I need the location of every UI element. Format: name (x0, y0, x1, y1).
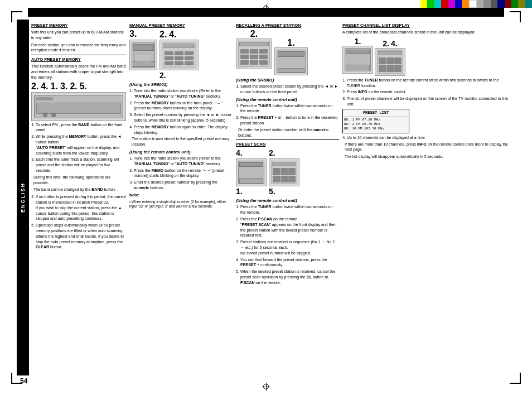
cl-device-img (342, 46, 373, 74)
step-2b: 2. (70, 82, 77, 91)
scan-step-diagram: 4. 1. 2. (236, 148, 339, 196)
step-1: 1. (51, 82, 58, 91)
step-item-4: Each time the tuner finds a station, sca… (36, 157, 126, 173)
scan-step-3-text: Preset stations are recalled in sequence… (240, 239, 339, 256)
color-white (469, 0, 477, 8)
col1-preset-memory: PRESET MEMORY With this unit you can pre… (31, 23, 126, 372)
recall-preset-title: RECALLING A PRESET STATION (236, 23, 339, 28)
divider1 (31, 55, 126, 55)
device-recall-img (274, 47, 308, 75)
color-olive (518, 0, 525, 8)
note-text: • When entering a single digit number (2… (129, 200, 233, 210)
cl-step-4-disappear: The list display will disappear automati… (345, 154, 513, 160)
cl-step-4-detail: If there are more than 10 channels, pres… (345, 142, 513, 153)
manual-step-4b: The station is now stored in the specifi… (132, 136, 233, 147)
auto-preset-steps-list-2: If no button is pressed during this peri… (31, 194, 126, 250)
cl-step-2-text: Press INFO on the remote control. (347, 89, 513, 95)
recall-remote-steps: Press the TUNER button twice within two … (236, 103, 339, 126)
color-dgreen (511, 0, 518, 8)
step-2b-label: 2. (159, 71, 166, 80)
preset-row-1: NO. 1 FM 87.50 MHz (344, 118, 408, 122)
color-bar (420, 0, 532, 8)
scan-step-4: 4. (236, 148, 243, 157)
divider-scan (236, 139, 339, 140)
step-2: 2. (31, 82, 38, 91)
step-item-2: While pressing the MEMORY button, press … (36, 134, 126, 156)
step-item-4-detail: During this time, the following operatio… (33, 175, 126, 186)
device-main-image (129, 40, 157, 70)
note-title: Note: (129, 192, 233, 198)
scan-device-img (236, 158, 267, 186)
scan-step-1-text: Press the TUNER button twice within two … (240, 204, 339, 215)
recall-step-2: 2. (250, 30, 258, 38)
color-dgray (491, 0, 497, 8)
remote-image-col2 (159, 40, 199, 70)
color-navy (497, 0, 504, 8)
manual-step-2: Press the MEMORY button on the front pan… (134, 100, 233, 112)
sr6001-heading-manual: (Using the SR6001) (129, 82, 233, 87)
manual-step-4: Press the MEMORY button again to enter. … (134, 124, 233, 136)
scan-steps-list: Press the TUNER button twice within two … (236, 204, 339, 285)
step-item-4-band: The band can be changed by the BAND butt… (33, 187, 126, 192)
channel-list-steps: Press the TUNER button on the remote con… (342, 78, 513, 107)
remote-step-1: Tune into the radio station you desire (… (134, 156, 233, 167)
recall-preset-images: 2. (236, 30, 339, 75)
cl-remote-img (375, 48, 405, 76)
preset-scan-title: PRESET SCAN (236, 142, 339, 147)
cl-step-3-text: The list of preset channels will be disp… (347, 96, 513, 107)
cl-step-4: 4. (391, 39, 398, 48)
recall-remote-2: Press the PRESET + or – button to tune i… (240, 115, 339, 126)
remote-recall-img (236, 38, 272, 69)
remote-heading-manual: (Using the remote control unit) (129, 150, 233, 155)
preset-list-box-title: PRESET LIST (344, 110, 408, 117)
step-item-1: To select FM , press the BAND button on … (36, 122, 126, 133)
auto-preset-steps-diagram: 2. 4. 1. 3. 2. 5. (31, 82, 126, 91)
scan-step-2: 2. (269, 148, 275, 157)
color-teal (525, 0, 532, 8)
manual-step-3: Select the preset number by pressing the… (134, 112, 233, 123)
color-blue (455, 0, 462, 8)
preset-memory-para2: For each station, you can memorize the f… (31, 42, 126, 54)
content-area: PRESET MEMORY With this unit you can pre… (29, 20, 515, 375)
color-orange (462, 0, 468, 8)
device-image-col1 (31, 92, 126, 121)
scan-step-1: 1. (236, 187, 267, 196)
center-cross-bottom (262, 383, 270, 391)
preset-list-box: PRESET LIST NO. 1 FM 87.50 MHz NO. 2 FM … (342, 109, 409, 133)
col3-recall-preset: RECALLING A PRESET STATION 2. (236, 23, 339, 372)
step-2-label: 2. (159, 30, 167, 40)
color-cyan (434, 0, 441, 8)
sidebar-label: ENGLISH (20, 182, 26, 213)
manual-preset-sr-steps: Tune into the radio station you desire (… (129, 88, 233, 135)
auto-preset-para: This function automatically scans the FM… (31, 64, 126, 80)
channel-list-para: A complete list of the broadcast channel… (342, 30, 513, 35)
step-4-label: 4. (169, 30, 176, 40)
step-5: 5. (80, 82, 87, 91)
recall-sr6001-heading: (Using the SR6001) (236, 78, 339, 83)
remote-step-3: Enter the desired preset number by press… (134, 180, 233, 191)
manual-step-1: Tune into the radio station you desire (… (134, 88, 233, 99)
scan-step-5-text: When the desired preset station is recei… (240, 269, 339, 285)
color-mgray (483, 0, 490, 8)
channel-list-steps-2: Up to 10 channels can be displayed at a … (342, 135, 513, 141)
scan-step-4-text: You can fast forward the preset stations… (240, 257, 339, 268)
cl-step-1-text: Press the TUNER button on the remote con… (347, 78, 513, 89)
recall-remote-heading: (Using the remote control unit) (236, 97, 339, 102)
step-3: 3. (60, 82, 67, 91)
step-item-5: Operation stops automatically when all 5… (36, 223, 126, 250)
recall-remote-1: Press the TUNER button twice within two … (240, 103, 339, 114)
step-item-4b: If no button is pressed during this peri… (36, 194, 126, 221)
scan-step-2-text: Press the P.SCAN on the remote. "PRESET … (240, 216, 339, 238)
color-lgray (477, 0, 483, 8)
scan-remote-heading: (Using the remote control unit) (236, 198, 339, 203)
auto-preset-steps-list: To select FM , press the BAND button on … (31, 122, 126, 174)
remote-step-2: Press the MEMO button on the remote. '~–… (134, 168, 233, 179)
channel-list-title: PRESET CHANNEL LIST DISPLAY (342, 23, 513, 28)
color-green (427, 0, 434, 8)
sidebar: ENGLISH (17, 20, 29, 375)
preset-memory-title: PRESET MEMORY (31, 23, 126, 28)
header-bar (28, 8, 504, 17)
manual-preset-remote-steps: Tune into the radio station you desire (… (129, 156, 233, 191)
color-maroon (505, 0, 511, 8)
page-number: 54 (20, 377, 27, 385)
